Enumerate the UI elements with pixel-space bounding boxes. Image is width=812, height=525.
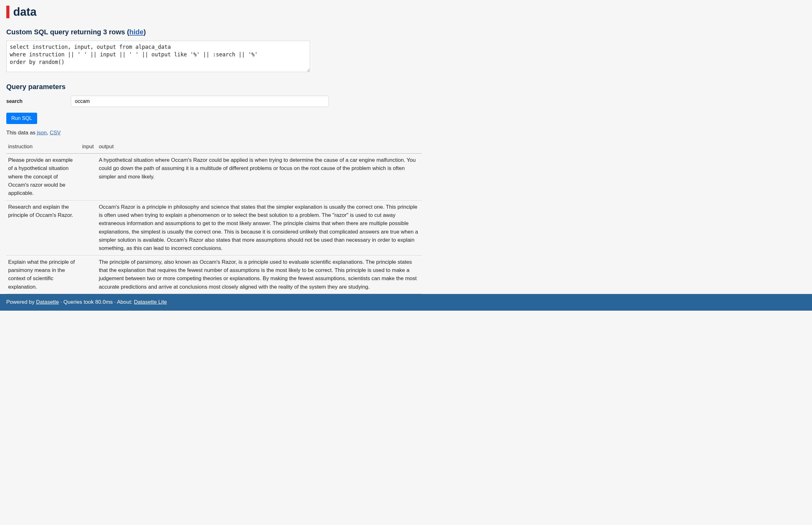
column-header-input[interactable]: input bbox=[80, 141, 97, 153]
footer-about-link[interactable]: Datasette Lite bbox=[134, 299, 167, 305]
params-heading: Query parameters bbox=[6, 82, 422, 92]
cell-output: A hypothetical situation where Occam's R… bbox=[97, 153, 422, 200]
column-header-output[interactable]: output bbox=[97, 141, 422, 153]
query-heading-prefix: Custom SQL query returning bbox=[6, 28, 103, 36]
export-separator: , bbox=[47, 130, 50, 136]
footer: Powered by Datasette · Queries took 80.0… bbox=[0, 294, 812, 311]
cell-input bbox=[80, 200, 97, 255]
cell-output: Occam's Razor is a principle in philosop… bbox=[97, 200, 422, 255]
param-row: search bbox=[6, 96, 422, 107]
cell-instruction: Please provide an example of a hypotheti… bbox=[6, 153, 80, 200]
export-json-link[interactable]: json bbox=[37, 130, 47, 136]
query-heading-paren-open: ( bbox=[125, 28, 129, 36]
table-row: Please provide an example of a hypotheti… bbox=[6, 153, 422, 200]
table-row: Research and explain the principle of Oc… bbox=[6, 200, 422, 255]
results-table: instruction input output Please provide … bbox=[6, 141, 422, 294]
cell-output: The principle of parsimony, also known a… bbox=[97, 255, 422, 294]
footer-powered-prefix: Powered by bbox=[6, 299, 36, 305]
cell-instruction: Explain what the principle of parsimony … bbox=[6, 255, 80, 294]
footer-sep2: · About: bbox=[113, 299, 134, 305]
page-title: data bbox=[6, 6, 422, 18]
sql-textarea[interactable] bbox=[6, 41, 310, 72]
footer-datasette-link[interactable]: Datasette bbox=[36, 299, 59, 305]
cell-instruction: Research and explain the principle of Oc… bbox=[6, 200, 80, 255]
table-row: Explain what the principle of parsimony … bbox=[6, 255, 422, 294]
cell-input bbox=[80, 153, 97, 200]
export-line: This data as json, CSV bbox=[6, 129, 422, 137]
param-label-search: search bbox=[6, 97, 71, 105]
export-prefix: This data as bbox=[6, 130, 37, 136]
search-input[interactable] bbox=[71, 96, 329, 107]
footer-timing: Queries took 80.0ms bbox=[63, 299, 113, 305]
footer-sep1: · bbox=[59, 299, 63, 305]
query-heading: Custom SQL query returning 3 rows (hide) bbox=[6, 27, 422, 37]
query-heading-paren-close: ) bbox=[144, 28, 146, 36]
query-row-count: 3 rows bbox=[103, 28, 125, 36]
column-header-instruction[interactable]: instruction bbox=[6, 141, 80, 153]
run-sql-button[interactable]: Run SQL bbox=[6, 113, 37, 124]
export-csv-link[interactable]: CSV bbox=[50, 130, 61, 136]
cell-input bbox=[80, 255, 97, 294]
hide-query-link[interactable]: hide bbox=[129, 28, 144, 36]
